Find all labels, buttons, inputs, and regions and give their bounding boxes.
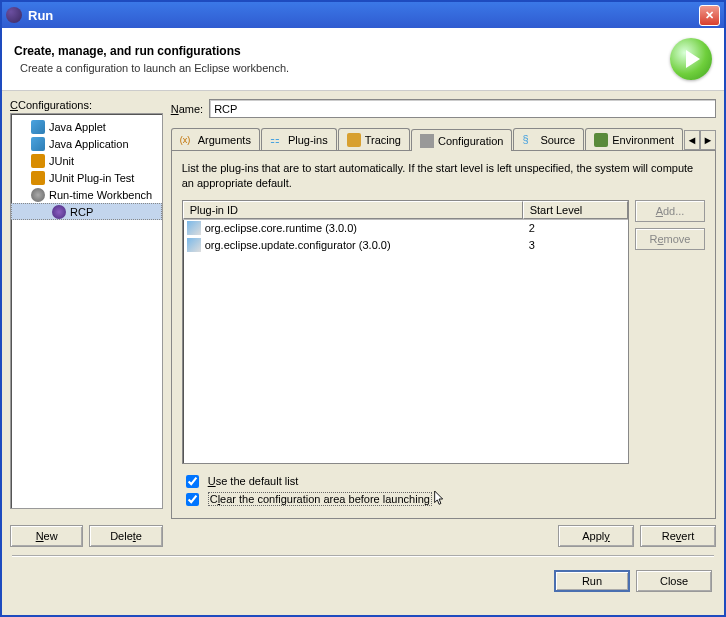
tabs-scroll-left[interactable]: ◄ xyxy=(684,130,700,150)
name-input[interactable] xyxy=(209,99,716,118)
junit-icon xyxy=(31,171,45,185)
app-icon xyxy=(31,137,45,151)
header-title: Create, manage, and run configurations xyxy=(14,44,670,58)
new-button[interactable]: NeNeww xyxy=(10,525,83,547)
plugins-table[interactable]: Plug-in ID Start Level org.eclipse.core.… xyxy=(182,200,629,464)
rcp-icon xyxy=(52,205,66,219)
junit-icon xyxy=(31,154,45,168)
plugins-icon xyxy=(270,133,284,147)
eclipse-icon xyxy=(6,7,22,23)
plugin-icon xyxy=(187,221,201,235)
plugin-icon xyxy=(187,238,201,252)
tree-item-java-applet[interactable]: Java Applet xyxy=(11,118,162,135)
revert-button[interactable]: RevertRevert xyxy=(640,525,716,547)
tree-item-junit-plugin-test[interactable]: JUnit Plug-in Test xyxy=(11,169,162,186)
configuration-icon xyxy=(420,134,434,148)
run-decor-icon xyxy=(670,38,712,80)
separator xyxy=(12,555,714,556)
apply-button[interactable]: ApplyApply xyxy=(558,525,634,547)
table-row[interactable]: org.eclipse.update.configurator (3.0.0) … xyxy=(183,237,628,254)
window-title: Run xyxy=(28,8,699,23)
close-icon[interactable]: ✕ xyxy=(699,5,720,26)
tab-strip: Arguments Plug-ins Tracing Configuration… xyxy=(171,128,716,151)
tab-plugins[interactable]: Plug-ins xyxy=(261,128,337,150)
tab-configuration[interactable]: Configuration xyxy=(411,129,512,151)
applet-icon xyxy=(31,120,45,134)
close-button[interactable]: Close xyxy=(636,570,712,592)
tree-item-java-application[interactable]: Java Application xyxy=(11,135,162,152)
tab-source[interactable]: Source xyxy=(513,128,584,150)
source-icon xyxy=(522,133,536,147)
tab-environment[interactable]: Environment xyxy=(585,128,683,150)
tab-tracing[interactable]: Tracing xyxy=(338,128,410,150)
configurations-label: Configurations: xyxy=(11,99,92,111)
clear-config-area-checkbox[interactable]: Clear the configuration area before laun… xyxy=(182,490,705,508)
header-subtitle: Create a configuration to launch an Ecli… xyxy=(20,62,670,74)
remove-button[interactable]: RemoveRemove xyxy=(635,228,705,250)
use-default-list-checkbox[interactable]: Use the default listUse the default list xyxy=(182,472,705,490)
arguments-icon xyxy=(180,133,194,147)
workbench-icon xyxy=(31,188,45,202)
tab-arguments[interactable]: Arguments xyxy=(171,128,260,150)
environment-icon xyxy=(594,133,608,147)
config-hint-text: List the plug-ins that are to start auto… xyxy=(182,161,705,192)
col-start-level[interactable]: Start Level xyxy=(523,201,628,219)
configurations-tree[interactable]: Java Applet Java Application JUnit JUnit… xyxy=(10,113,163,509)
mouse-cursor-icon xyxy=(434,491,446,507)
add-button[interactable]: Add...Add... xyxy=(635,200,705,222)
delete-button[interactable]: DeleteDelete xyxy=(89,525,162,547)
titlebar[interactable]: Run ✕ xyxy=(0,0,726,28)
tree-item-rcp[interactable]: RCP xyxy=(11,203,162,220)
col-plugin-id[interactable]: Plug-in ID xyxy=(183,201,523,219)
dialog-header: Create, manage, and run configurations C… xyxy=(2,28,724,91)
run-button[interactable]: Run xyxy=(554,570,630,592)
table-row[interactable]: org.eclipse.core.runtime (3.0.0) 2 xyxy=(183,220,628,237)
tracing-icon xyxy=(347,133,361,147)
tabs-scroll-right[interactable]: ► xyxy=(700,130,716,150)
tree-item-runtime-workbench[interactable]: −Run-time Workbench xyxy=(11,186,162,203)
tree-item-junit[interactable]: JUnit xyxy=(11,152,162,169)
